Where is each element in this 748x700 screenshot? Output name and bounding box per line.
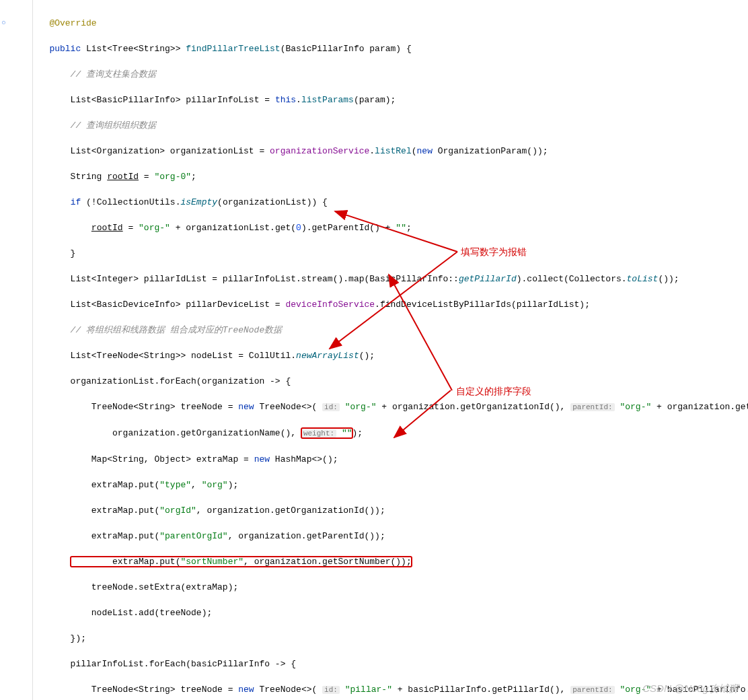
editor-gutter: ○ xyxy=(0,0,33,700)
line: @Override xyxy=(34,17,748,30)
line: extraMap.put("parentOrgId", organization… xyxy=(34,530,748,542)
line: organization.getOrganizationName(), weig… xyxy=(34,427,748,440)
line: List<BasicDeviceInfo> pillarDeviceList =… xyxy=(34,298,748,311)
line: // 查询支柱集合数据 xyxy=(34,68,748,81)
line: pillarInfoList.forEach(basicPillarInfo -… xyxy=(34,658,748,670)
line: Map<String, Object> extraMap = new HashM… xyxy=(34,453,748,466)
annotation-error-text: 填写数字为报错 xyxy=(461,246,527,258)
line: // 将组织组和线路数据 组合成对应的TreeNode数据 xyxy=(34,324,748,337)
line: treeNode.setExtra(extraMap); xyxy=(34,581,748,594)
line: } xyxy=(34,247,748,260)
line: extraMap.put("sortNumber", organization.… xyxy=(34,555,748,568)
line: List<Organization> organizationList = or… xyxy=(34,145,748,158)
line: rootId = "org-" + organizationList.get(0… xyxy=(34,221,748,234)
line: organizationList.forEach(organization ->… xyxy=(34,375,748,388)
line: List<Integer> pillarIdList = pillarInfoL… xyxy=(34,273,748,285)
code-area: @Override public List<Tree<String>> find… xyxy=(34,4,748,700)
line: if (!CollectionUtils.isEmpty(organizatio… xyxy=(34,196,748,209)
line: public List<Tree<String>> findPillarTree… xyxy=(34,42,748,55)
override-gutter-icon: ○ xyxy=(1,17,6,30)
line: }); xyxy=(34,632,748,645)
line: nodeList.add(treeNode); xyxy=(34,606,748,619)
line: List<TreeNode<String>> nodeList = CollUt… xyxy=(34,349,748,362)
watermark: CSDN @No8g攻城狮 xyxy=(642,682,739,695)
sortnumber-box-1: extraMap.put("sortNumber", organization.… xyxy=(71,557,412,567)
annotation-sortfield-text: 自定义的排序字段 xyxy=(456,385,531,398)
line: List<BasicPillarInfo> pillarInfoList = t… xyxy=(34,94,748,106)
line: String rootId = "org-0"; xyxy=(34,170,748,183)
line: // 查询组织组织数据 xyxy=(34,119,748,132)
line: extraMap.put("orgId", organization.getOr… xyxy=(34,504,748,517)
line: TreeNode<String> treeNode = new TreeNode… xyxy=(34,400,748,414)
line: TreeNode<String> treeNode = new TreeNode… xyxy=(34,683,748,697)
weight-empty-box-1: weight: "" xyxy=(301,428,352,438)
line: extraMap.put("type", "org"); xyxy=(34,479,748,491)
